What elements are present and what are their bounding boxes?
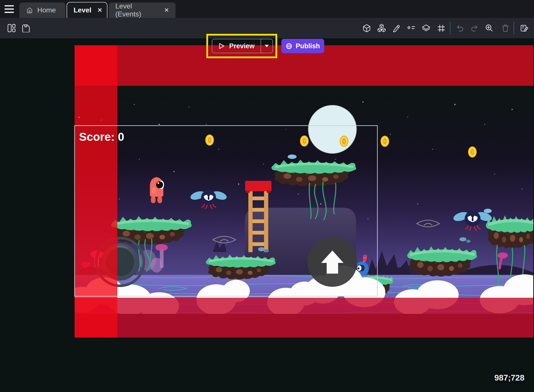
red-stripe-left[interactable] bbox=[75, 45, 117, 338]
save-icon[interactable] bbox=[22, 24, 30, 32]
hamburger-icon[interactable] bbox=[4, 5, 14, 13]
trash-icon[interactable] bbox=[501, 24, 510, 32]
toolbar-divider bbox=[450, 22, 450, 34]
pebble bbox=[484, 209, 492, 213]
redo-icon[interactable] bbox=[471, 24, 479, 32]
chevron-down-icon bbox=[265, 45, 269, 48]
preview-button-main[interactable]: Preview bbox=[212, 39, 261, 53]
red-band-bottom[interactable] bbox=[75, 298, 533, 338]
preview-dropdown-button[interactable] bbox=[261, 39, 272, 53]
pink-speck bbox=[101, 119, 102, 121]
close-icon[interactable]: ✕ bbox=[97, 7, 102, 14]
edit-properties-icon[interactable] bbox=[520, 24, 529, 32]
floating-island[interactable] bbox=[486, 215, 534, 248]
cursor-coordinates-badge: 987;728 bbox=[493, 371, 525, 385]
tab-bar: Home Level ✕ Level (Events) ✕ bbox=[0, 0, 534, 18]
play-icon bbox=[218, 43, 225, 49]
pebble bbox=[288, 154, 297, 159]
tab-label: Level bbox=[74, 6, 91, 14]
coin[interactable] bbox=[468, 147, 476, 157]
tab-level[interactable]: Level ✕ bbox=[67, 2, 107, 18]
toolbar: Preview Publish bbox=[0, 18, 534, 38]
close-icon[interactable]: ✕ bbox=[164, 7, 169, 14]
pebble bbox=[258, 247, 265, 251]
instance-properties-icon[interactable] bbox=[407, 24, 416, 32]
pebble bbox=[264, 249, 269, 252]
pebble bbox=[466, 240, 471, 243]
score-label: Score: 0 bbox=[79, 130, 124, 143]
home-icon bbox=[26, 6, 33, 14]
preview-button[interactable]: Preview bbox=[212, 39, 273, 53]
pencil-icon[interactable] bbox=[392, 24, 400, 32]
moon[interactable] bbox=[308, 105, 356, 153]
undo-icon[interactable] bbox=[455, 24, 464, 32]
tab-label: Level (Events) bbox=[115, 2, 158, 18]
coin[interactable] bbox=[381, 136, 389, 147]
globe-icon bbox=[286, 43, 292, 49]
publish-label: Publish bbox=[296, 42, 320, 50]
pebble bbox=[459, 237, 466, 241]
game-editor-window: Score: 0 Home Level ✕ Level (Events) ✕ P… bbox=[0, 0, 534, 392]
publish-button[interactable]: Publish bbox=[281, 39, 324, 53]
tab-label: Home bbox=[37, 6, 56, 14]
tab-level-events[interactable]: Level (Events) ✕ bbox=[109, 2, 176, 18]
coin[interactable] bbox=[300, 136, 308, 146]
coin[interactable] bbox=[206, 135, 214, 145]
toolbar-divider bbox=[514, 22, 514, 34]
objects-group-icon[interactable] bbox=[377, 24, 386, 32]
cube-3d-icon[interactable] bbox=[362, 24, 371, 32]
scene-editor-canvas[interactable]: Score: 0 bbox=[0, 0, 534, 392]
tab-home[interactable]: Home bbox=[19, 2, 65, 18]
zoom-in-icon[interactable] bbox=[485, 24, 493, 32]
panels-icon[interactable] bbox=[7, 24, 16, 32]
preview-label: Preview bbox=[229, 42, 255, 50]
coin[interactable] bbox=[340, 136, 348, 147]
cursor-coordinates-value: 987;728 bbox=[494, 373, 524, 383]
jump-button[interactable] bbox=[308, 237, 357, 287]
grid-icon[interactable] bbox=[437, 24, 445, 32]
pink-speck bbox=[78, 117, 80, 118]
layers-icon[interactable] bbox=[422, 24, 430, 32]
